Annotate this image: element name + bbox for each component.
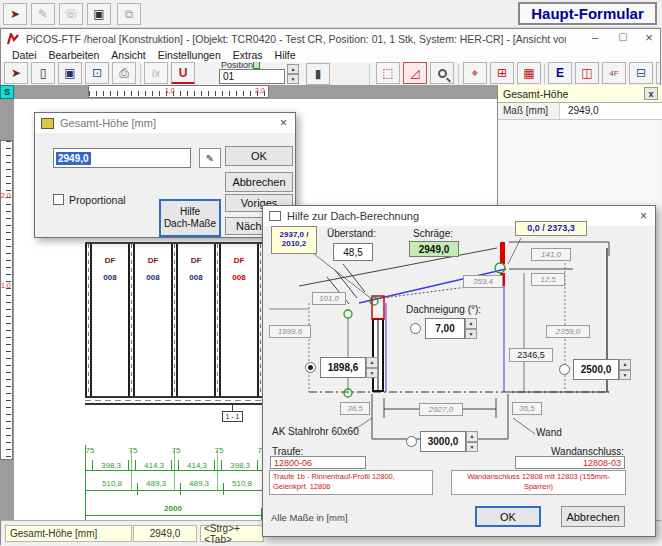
panel-2: DF 008 <box>135 246 171 396</box>
menu-bar: Datei Bearbeiten Ansicht Einstellungen E… <box>1 48 660 62</box>
new-document-button[interactable]: ▯ <box>31 62 55 84</box>
height-left-radio[interactable] <box>305 362 316 373</box>
dachneigung-stepper[interactable]: 7,00 ▲▼ <box>425 318 477 339</box>
alle-masse-label: Alle Maße in [mm] <box>271 512 348 523</box>
step-down-icon[interactable]: ▼ <box>287 74 299 84</box>
monitor-icon: ⊡ <box>92 66 102 80</box>
traufe-description: Traufe 1b - Rinnentrauf-Profil 12800, Ge… <box>269 470 433 495</box>
panel-3: DF 008 <box>178 246 214 396</box>
app-clipboard-button[interactable]: ⧉ <box>117 3 141 25</box>
menu-hilfe[interactable]: Hilfe <box>269 49 302 61</box>
status-field-value: 2949,0 <box>133 525 197 542</box>
dim-101: 101,0 <box>312 292 346 305</box>
dachneigung-radio[interactable] <box>410 323 421 334</box>
dialog2-close-button[interactable]: × <box>635 208 652 224</box>
dim-36-5-right: 36,5 <box>512 402 542 415</box>
dim-359: 359,4 <box>463 275 503 288</box>
pick-pencil-icon: ✎ <box>206 153 214 164</box>
door-icon: ◫ <box>581 66 592 80</box>
save-icon: ▣ <box>64 66 75 80</box>
u-icon: U <box>179 66 188 80</box>
dialog1-cancel-button[interactable]: Abbrechen <box>225 172 293 192</box>
save-button[interactable]: ▣ <box>58 62 82 84</box>
f4-icon: 4F <box>609 69 618 78</box>
view-button[interactable]: ⊡ <box>85 62 109 84</box>
zoom-region-button[interactable]: ⬚ <box>376 62 400 84</box>
dim-36-5-left: 36,5 <box>340 402 370 415</box>
status-field-name: Gesamt-Höhe [mm] <box>5 525 132 542</box>
position-input[interactable]: 01 <box>219 69 285 84</box>
search-button[interactable] <box>430 62 454 84</box>
mullion <box>128 244 135 396</box>
dach-berechnung-dialog: Hilfe zur Dach-Berechnung × <box>262 205 656 537</box>
panel-close-button[interactable]: x <box>644 87 658 100</box>
mass-value[interactable]: 2949,0 <box>560 103 599 119</box>
dialog1-titlebar: Gesamt-Höhe [mm] <box>35 113 295 133</box>
dimension-helper-button[interactable]: ◿ <box>403 62 427 84</box>
section-label: 1 - 1 <box>222 411 243 422</box>
app-screen-button[interactable]: ▣ <box>87 3 111 25</box>
dialog2-titlebar: Hilfe zur Dach-Berechnung <box>263 206 655 226</box>
text-ix-button[interactable]: Ix <box>144 62 168 84</box>
width-radio[interactable] <box>406 436 417 447</box>
screen: ➤ ✎ ☏ ▣ ⧉ Haupt-Formular PiCOS-FTF /hero… <box>0 0 662 546</box>
formular-button[interactable]: 4F <box>602 62 626 84</box>
dim-add-icon: ⊞ <box>497 66 507 80</box>
menu-einstellungen[interactable]: Einstellungen <box>152 49 227 61</box>
app-exit-button[interactable]: ➤ <box>3 3 27 25</box>
dim-point-button[interactable]: ⌖ <box>463 62 487 84</box>
screen-dim-button[interactable]: ⊟ <box>629 62 653 84</box>
maximize-button[interactable]: ▢ <box>614 31 632 42</box>
mullion <box>85 244 92 396</box>
menu-bearbeiten[interactable]: Bearbeiten <box>43 49 106 61</box>
close-button[interactable]: × <box>640 30 658 45</box>
element-button[interactable]: E <box>548 62 572 84</box>
dialog2-cancel-button[interactable]: Abbrechen <box>561 506 625 527</box>
print-button[interactable]: ⎙ <box>112 62 136 84</box>
dim-2346: 2346,5 <box>509 348 553 362</box>
door-button[interactable]: ◫ <box>575 62 599 84</box>
window-titlebar: PiCOS-FTF /heroal [Konstruktion] - [Obje… <box>1 29 660 48</box>
dialog2-ok-button[interactable]: OK <box>475 506 541 527</box>
menu-datei[interactable]: Datei <box>6 49 43 61</box>
pick-button[interactable]: ✎ <box>199 148 221 168</box>
dachneigung-label: Dachneigung (°): <box>406 304 481 315</box>
dim-2359: 2359,0 <box>546 325 590 338</box>
printer-icon: ⎙ <box>119 66 129 80</box>
proportional-checkbox[interactable] <box>53 194 64 205</box>
height-right-stepper[interactable]: 2500,0 ▲▼ <box>573 359 631 380</box>
position-stepper[interactable]: ▲▼ <box>287 64 299 84</box>
stop-button[interactable]: ▮ <box>306 63 330 85</box>
grid-button[interactable]: ▦ <box>517 62 541 84</box>
height-left-stepper[interactable]: 1898,6 ▲▼ <box>320 357 378 378</box>
hoehe-input[interactable]: 2949,0 <box>53 148 191 168</box>
app-edit-button[interactable]: ✎ <box>31 3 55 25</box>
e-icon: E <box>556 66 564 80</box>
haupt-formular-button[interactable]: Haupt-Formular <box>518 2 657 25</box>
menu-ansicht[interactable]: Ansicht <box>105 49 151 61</box>
ruler-corner-s[interactable]: S <box>0 85 14 99</box>
ueberstand-field[interactable]: 48,5 <box>333 243 373 261</box>
wandanschluss-description: Wandanschluss 12808 mit 12803 (155mm-Spa… <box>451 470 626 495</box>
stop-icon: ▮ <box>315 67 322 81</box>
width-stepper[interactable]: 3000,0 ▲▼ <box>420 431 478 452</box>
selected-text: 2949,0 <box>56 152 91 165</box>
height-right-radio[interactable] <box>559 364 570 375</box>
undo-button[interactable]: ↶ <box>656 62 660 84</box>
grid-icon: ▦ <box>523 66 534 80</box>
app-toolbar: ➤ ✎ ☏ ▣ ⧉ Haupt-Formular <box>0 0 662 28</box>
underline-button[interactable]: U <box>171 62 195 84</box>
dialog1-title: Gesamt-Höhe [mm] <box>60 117 156 129</box>
panel-header: Gesamt-Höhe x <box>498 85 662 103</box>
dim-1999: 1999,6 <box>269 325 311 338</box>
dialog1-close-button[interactable]: × <box>275 115 292 131</box>
step-up-icon[interactable]: ▲ <box>287 64 299 74</box>
menu-extras[interactable]: Extras <box>227 49 269 61</box>
exit-button[interactable]: ➤ <box>4 62 28 84</box>
dialog1-ok-button[interactable]: OK <box>225 146 293 166</box>
app-phone-button[interactable]: ☏ <box>59 3 83 25</box>
minimize-button[interactable]: – <box>586 31 604 45</box>
panel-1: DF 008 <box>92 246 128 396</box>
dim-add-button[interactable]: ⊞ <box>490 62 514 84</box>
hilfe-dach-masse-button[interactable]: HilfeDach-Maße <box>159 199 221 237</box>
